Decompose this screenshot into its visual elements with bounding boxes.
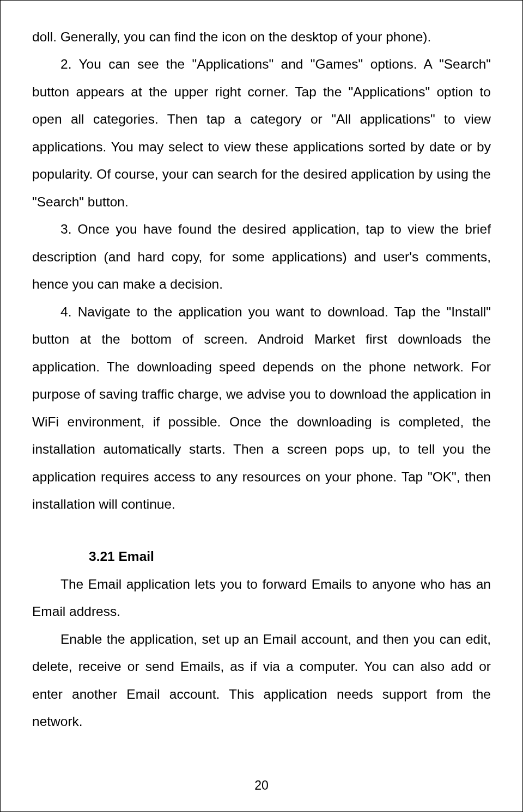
body-text-item-4: 4. Navigate to the application you want … (32, 298, 491, 518)
section-number: 3.21 (60, 543, 115, 570)
body-text-email-2: Enable the application, set up an Email … (32, 626, 491, 736)
section-heading: 3.21 Email (32, 543, 491, 570)
document-page: doll. Generally, you can find the icon o… (0, 0, 523, 812)
body-text-email-1: The Email application lets you to forwar… (32, 571, 491, 626)
section-title: Email (119, 549, 154, 564)
body-text-item-3: 3. Once you have found the desired appli… (32, 216, 491, 298)
body-text-continuation: doll. Generally, you can find the icon o… (32, 23, 491, 51)
page-number: 20 (1, 778, 522, 793)
body-text-item-2: 2. You can see the "Applications" and "G… (32, 51, 491, 216)
page-content: doll. Generally, you can find the icon o… (32, 23, 491, 736)
